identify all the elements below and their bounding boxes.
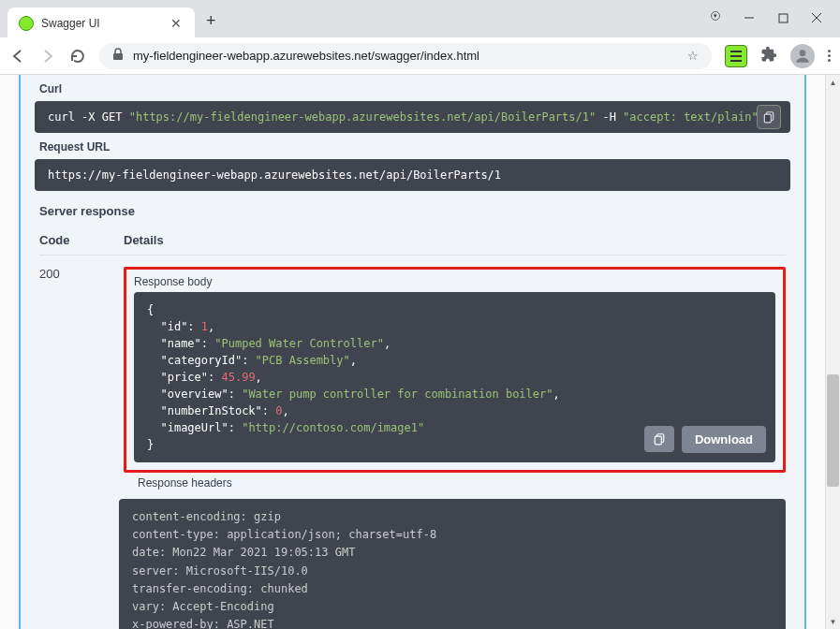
browser-menu-button[interactable]: [828, 50, 831, 62]
curl-command: curl -X GET "https://my-fieldengineer-we…: [35, 101, 790, 133]
scroll-down-icon[interactable]: ▼: [826, 614, 840, 629]
swagger-content: Curl curl -X GET "https://my-fieldengine…: [0, 75, 825, 629]
bookmark-icon[interactable]: ☆: [687, 49, 699, 63]
back-button[interactable]: [9, 48, 26, 65]
copy-response-button[interactable]: [644, 426, 674, 452]
swagger-extension-icon[interactable]: [725, 45, 747, 67]
response-headers-heading: Response headers: [119, 476, 804, 490]
svg-rect-7: [764, 114, 771, 123]
close-window-button[interactable]: [810, 11, 823, 24]
divider: [39, 255, 786, 256]
extensions-icon[interactable]: [760, 46, 777, 66]
status-code: 200: [39, 267, 96, 473]
address-bar[interactable]: my-fieldengineer-webapp.azurewebsites.ne…: [99, 43, 712, 69]
page-viewport: Curl curl -X GET "https://my-fieldengine…: [0, 75, 840, 629]
response-body: { "id": 1, "name": "Pumped Water Control…: [134, 292, 775, 462]
details-column-header: Details: [124, 233, 786, 247]
close-icon[interactable]: ✕: [169, 16, 184, 31]
svg-rect-9: [655, 436, 661, 445]
reload-button[interactable]: [69, 48, 86, 65]
browser-toolbar: my-fieldengineer-webapp.azurewebsites.ne…: [0, 37, 840, 75]
response-body-highlight: Response body { "id": 1, "name": "Pumped…: [124, 267, 786, 473]
request-url-heading: Request URL: [21, 133, 804, 159]
response-body-heading: Response body: [134, 275, 775, 288]
response-headers-wrap: content-encoding: gzip content-type: app…: [21, 493, 804, 629]
response-actions: Download: [644, 426, 766, 454]
scroll-up-icon[interactable]: ▲: [826, 75, 840, 90]
copy-curl-button[interactable]: [757, 105, 781, 129]
operation-panel: Curl curl -X GET "https://my-fieldengine…: [19, 75, 806, 629]
svg-rect-1: [779, 14, 788, 22]
vertical-scrollbar[interactable]: ▲ ▼: [825, 75, 840, 629]
download-button[interactable]: Download: [682, 426, 766, 454]
tab-search-icon[interactable]: ▾: [711, 11, 720, 21]
browser-titlebar: Swagger UI ✕ + ▾: [0, 0, 840, 37]
response-headers: content-encoding: gzip content-type: app…: [119, 499, 786, 629]
window-controls: ▾: [711, 7, 840, 24]
new-tab-button[interactable]: +: [206, 11, 216, 31]
server-response-heading: Server response: [21, 191, 804, 224]
curl-heading: Curl: [21, 75, 804, 101]
profile-avatar[interactable]: [790, 44, 815, 68]
url-text: my-fieldengineer-webapp.azurewebsites.ne…: [133, 49, 687, 63]
code-column-header: Code: [39, 233, 96, 247]
swagger-favicon: [19, 16, 34, 31]
scroll-thumb[interactable]: [827, 374, 839, 487]
browser-tab[interactable]: Swagger UI ✕: [7, 7, 195, 39]
maximize-button[interactable]: [776, 11, 789, 24]
forward-button[interactable]: [39, 48, 56, 65]
tab-title: Swagger UI: [41, 17, 169, 30]
svg-point-5: [800, 50, 806, 56]
minimize-button[interactable]: [743, 11, 756, 24]
response-table-header: Code Details: [21, 224, 804, 251]
request-url-value: https://my-fieldengineer-webapp.azureweb…: [35, 159, 790, 191]
svg-rect-4: [113, 53, 123, 60]
lock-icon: [112, 48, 124, 64]
response-row: 200 Response body { "id": 1, "name": "Pu…: [21, 259, 804, 473]
